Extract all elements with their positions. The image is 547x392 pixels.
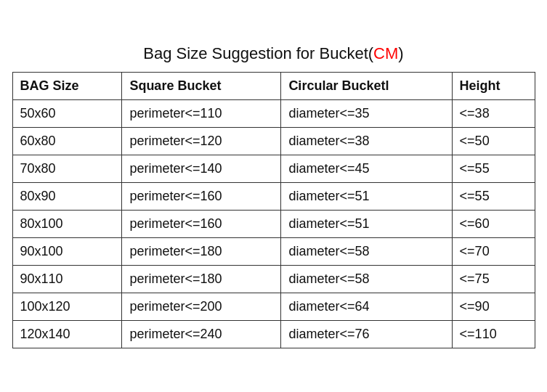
- cell-r6-c3: <=75: [452, 265, 535, 293]
- col-bag-size: BAG Size: [12, 72, 122, 99]
- cell-r1-c2: diameter<=38: [281, 127, 452, 155]
- bag-size-table: BAG Size Square Bucket Circular Bucketl …: [12, 72, 535, 348]
- cell-r2-c3: <=55: [452, 155, 535, 182]
- cell-r4-c0: 80x100: [12, 210, 122, 237]
- cell-r5-c0: 90x100: [12, 237, 122, 265]
- header-row: BAG Size Square Bucket Circular Bucketl …: [12, 72, 535, 99]
- col-circular-bucket: Circular Bucketl: [281, 72, 452, 99]
- cell-r1-c0: 60x80: [12, 127, 122, 155]
- cell-r1-c3: <=50: [452, 127, 535, 155]
- page-title: Bag Size Suggestion for Bucket(CM): [12, 44, 535, 63]
- cell-r2-c1: perimeter<=140: [122, 155, 281, 182]
- cell-r8-c1: perimeter<=240: [122, 320, 281, 348]
- cell-r2-c2: diameter<=45: [281, 155, 452, 182]
- cell-r4-c1: perimeter<=160: [122, 210, 281, 237]
- table-row: 100x120perimeter<=200diameter<=64<=90: [12, 293, 535, 320]
- main-container: Bag Size Suggestion for Bucket(CM) BAG S…: [5, 37, 543, 356]
- col-square-bucket: Square Bucket: [122, 72, 281, 99]
- table-row: 90x100perimeter<=180diameter<=58<=70: [12, 237, 535, 265]
- table-row: 70x80perimeter<=140diameter<=45<=55: [12, 155, 535, 182]
- table-row: 90x110perimeter<=180diameter<=58<=75: [12, 265, 535, 293]
- cell-r8-c3: <=110: [452, 320, 535, 348]
- table-row: 120x140perimeter<=240diameter<=76<=110: [12, 320, 535, 348]
- cell-r5-c2: diameter<=58: [281, 237, 452, 265]
- cell-r8-c0: 120x140: [12, 320, 122, 348]
- table-row: 80x100perimeter<=160diameter<=51<=60: [12, 210, 535, 237]
- cell-r6-c2: diameter<=58: [281, 265, 452, 293]
- title-highlight: CM: [373, 44, 398, 62]
- cell-r5-c1: perimeter<=180: [122, 237, 281, 265]
- cell-r3-c2: diameter<=51: [281, 182, 452, 210]
- cell-r3-c1: perimeter<=160: [122, 182, 281, 210]
- cell-r0-c3: <=38: [452, 99, 535, 127]
- cell-r8-c2: diameter<=76: [281, 320, 452, 348]
- title-suffix: ): [398, 44, 403, 62]
- cell-r5-c3: <=70: [452, 237, 535, 265]
- title-prefix: Bag Size Suggestion for Bucket(: [143, 44, 373, 62]
- cell-r7-c0: 100x120: [12, 293, 122, 320]
- cell-r7-c1: perimeter<=200: [122, 293, 281, 320]
- table-row: 50x60perimeter<=110diameter<=35<=38: [12, 99, 535, 127]
- table-row: 80x90perimeter<=160diameter<=51<=55: [12, 182, 535, 210]
- col-height: Height: [452, 72, 535, 99]
- cell-r6-c1: perimeter<=180: [122, 265, 281, 293]
- cell-r4-c3: <=60: [452, 210, 535, 237]
- cell-r3-c3: <=55: [452, 182, 535, 210]
- cell-r7-c3: <=90: [452, 293, 535, 320]
- cell-r3-c0: 80x90: [12, 182, 122, 210]
- cell-r0-c1: perimeter<=110: [122, 99, 281, 127]
- table-header: BAG Size Square Bucket Circular Bucketl …: [12, 72, 535, 99]
- cell-r6-c0: 90x110: [12, 265, 122, 293]
- table-body: 50x60perimeter<=110diameter<=35<=3860x80…: [12, 99, 535, 348]
- cell-r4-c2: diameter<=51: [281, 210, 452, 237]
- cell-r0-c2: diameter<=35: [281, 99, 452, 127]
- table-row: 60x80perimeter<=120diameter<=38<=50: [12, 127, 535, 155]
- cell-r7-c2: diameter<=64: [281, 293, 452, 320]
- cell-r0-c0: 50x60: [12, 99, 122, 127]
- cell-r2-c0: 70x80: [12, 155, 122, 182]
- cell-r1-c1: perimeter<=120: [122, 127, 281, 155]
